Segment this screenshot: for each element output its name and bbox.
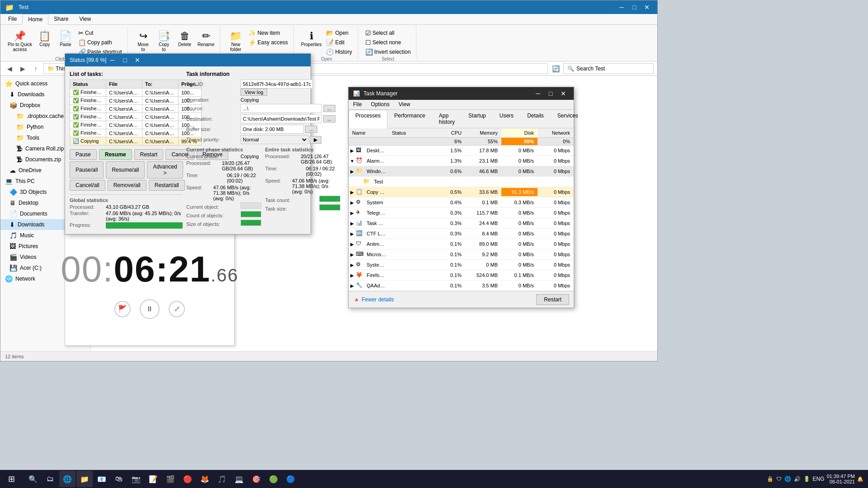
tm-minimize[interactable]: ─	[532, 89, 544, 98]
tm-menu-view[interactable]: View	[394, 100, 415, 109]
task-row[interactable]: 🔄 Copying C:\Users\Ashw... C:\Users\Ash.…	[70, 137, 202, 145]
photos-taskbar-icon[interactable]: 📷	[128, 471, 144, 487]
copy-path-button[interactable]: 📋 Copy path	[76, 38, 124, 47]
task-row[interactable]: ▶ ⚙ System interrupts 0.1% 0 MB 0 MB/s 0…	[349, 260, 574, 270]
up-button[interactable]: ↑	[30, 63, 41, 74]
task-row[interactable]: ▶ ⚙ System 0.4% 0.1 MB 0.3 MB/s 0 Mbps	[349, 197, 574, 208]
browser-taskbar-icon[interactable]: 🦊	[197, 471, 213, 487]
copy-dialog-maximize[interactable]: □	[119, 56, 131, 65]
video-taskbar-icon[interactable]: 🎬	[162, 471, 179, 487]
move-to-button[interactable]: ↪ Moveto	[133, 28, 153, 54]
task-row[interactable]: ▶ 📊 Task Manager 0.3% 24.4 MB 0 MB/s 0 M…	[349, 218, 574, 229]
tm-tab-details[interactable]: Details	[520, 110, 551, 128]
notification-icon[interactable]: 🔔	[857, 476, 863, 482]
source-input[interactable]	[241, 104, 322, 113]
minimize-button[interactable]: ─	[616, 3, 627, 12]
restart-button[interactable]: Restart	[536, 294, 569, 305]
search-taskbar-icon[interactable]: 🔍	[25, 471, 41, 487]
buffer-input[interactable]	[241, 125, 304, 134]
tab-home[interactable]: Home	[22, 14, 48, 25]
col-name-header[interactable]: Name	[349, 128, 388, 137]
task-row[interactable]: ✅ Finished/C... C:\Users\Ashw... C:\User…	[70, 121, 202, 129]
app2-taskbar-icon[interactable]: 🎵	[214, 471, 230, 487]
restart-button[interactable]: Restart	[134, 149, 164, 160]
tm-tab-startup[interactable]: Startup	[462, 110, 493, 128]
col-mem-header[interactable]: Memory	[465, 128, 501, 137]
start-button[interactable]: ⊞	[0, 470, 23, 488]
task-row[interactable]: ▼ ⏰ Alarms & Clock (2) 1.3% 23.1 MB 0 MB…	[349, 156, 574, 166]
new-item-button[interactable]: ✨ New item	[246, 28, 289, 38]
explorer-taskbar-icon[interactable]: 📁	[76, 471, 93, 487]
tm-maximize[interactable]: □	[545, 89, 557, 98]
invert-selection-button[interactable]: 🔄 Invert selection	[363, 47, 413, 56]
new-folder-button[interactable]: 📁 Newfolder	[226, 28, 245, 54]
search-box[interactable]: 🔍 Search Test	[563, 63, 654, 74]
properties-button[interactable]: ℹ Properties	[299, 28, 324, 49]
task-row[interactable]: ▶ 🔧 QAAdminAgent 0.1% 3.5 MB 0 MB/s 0 Mb…	[349, 281, 574, 291]
task-row[interactable]: ▶ 🖼 Desktop Window Manager 1.5% 17.8 MB …	[349, 145, 574, 156]
copy-button[interactable]: 📋 Copy	[35, 28, 55, 49]
store-taskbar-icon[interactable]: 🛍	[111, 471, 127, 487]
tray-security-icon[interactable]: 🔒	[767, 476, 774, 482]
timer-expand-button[interactable]: ⤢	[169, 301, 185, 317]
pause-button[interactable]: Pause	[70, 149, 97, 160]
tm-tab-services[interactable]: Services	[551, 110, 585, 128]
tm-tab-performance[interactable]: Performance	[387, 110, 432, 128]
expand-icon[interactable]: ▼	[349, 156, 356, 166]
view-log-button[interactable]: View log	[241, 89, 267, 96]
tray-shield-icon[interactable]: 🛡	[776, 476, 782, 482]
easy-access-button[interactable]: ⚡ Easy access	[246, 38, 289, 47]
destination-browse-btn[interactable]: ...	[323, 115, 335, 122]
cancel-all-button[interactable]: Cancel/all	[70, 180, 105, 191]
refresh-button[interactable]: 🔄	[550, 63, 561, 74]
task-row[interactable]: ▶ 📋 Copy Handler 0.5% 33.6 MB 91.3 MB/s …	[349, 187, 574, 197]
timer-flag-button[interactable]: 🚩	[114, 301, 131, 317]
history-button[interactable]: 🕐 History	[324, 47, 354, 56]
tab-file[interactable]: File	[3, 14, 22, 24]
app3-taskbar-icon[interactable]: 💻	[231, 471, 247, 487]
forward-button[interactable]: ▶	[17, 63, 28, 74]
thread-select[interactable]: Normal High Low	[241, 135, 308, 144]
delete-button[interactable]: 🗑 Delete	[175, 28, 195, 49]
tm-tab-processes[interactable]: Processes	[349, 110, 387, 128]
select-all-button[interactable]: ☑ Select all	[363, 28, 413, 38]
back-button[interactable]: ◀	[4, 63, 15, 74]
tm-menu-options[interactable]: Options	[366, 100, 394, 109]
task-row[interactable]: ✅ Finished/C... C:\Users\Ashw... C:\User…	[70, 113, 202, 121]
source-browse-btn[interactable]: ...	[323, 105, 335, 112]
col-disk-header[interactable]: Disk	[501, 128, 538, 137]
task-row[interactable]: ▶ ✈ Telegram Desktop (32 bit) 0.3% 115.7…	[349, 208, 574, 218]
tm-tab-app-history[interactable]: App history	[432, 110, 462, 128]
app4-taskbar-icon[interactable]: 🎯	[248, 471, 264, 487]
tray-battery-icon[interactable]: 🔋	[803, 476, 810, 482]
tab-view[interactable]: View	[74, 14, 96, 24]
destination-input[interactable]	[241, 114, 322, 123]
edit-button[interactable]: 📝 Edit	[324, 38, 354, 47]
buffer-btn[interactable]: ...	[305, 126, 317, 133]
task-row[interactable]: ▶ 🦊 Firefox (8) 0.1% 524.0 MB 0.1 MB/s 0…	[349, 270, 574, 281]
tray-volume-icon[interactable]: 🔊	[794, 476, 801, 482]
tray-network-icon[interactable]: 🌐	[784, 476, 791, 482]
col-cpu-header[interactable]: CPU	[429, 128, 465, 137]
task-id-input[interactable]	[241, 80, 313, 89]
restart-all-button[interactable]: Restart/all	[149, 180, 185, 191]
close-button[interactable]: ✕	[641, 3, 653, 12]
resume-all-button[interactable]: Resume/all	[106, 161, 145, 178]
edge-taskbar-icon[interactable]: 🌐	[59, 471, 75, 487]
remove-all-button[interactable]: Remove/all	[108, 180, 146, 191]
select-none-button[interactable]: ☐ Select none	[363, 38, 413, 47]
taskbar-datetime[interactable]: 01:39:47 PM 08-01-2021	[827, 474, 855, 484]
taskview-icon[interactable]: 🗂	[42, 471, 58, 487]
task-row[interactable]: ▶ 🔤 CTF Loader 0.3% 8.4 MB 0 MB/s 0 Mbps	[349, 229, 574, 239]
task-row[interactable]: ✅ Finished/C... C:\Users\Ashw... C:\User…	[70, 105, 202, 113]
tm-close[interactable]: ✕	[557, 89, 569, 98]
mail-taskbar-icon[interactable]: 📧	[94, 471, 110, 487]
copy-dialog-close[interactable]: ✕	[132, 56, 143, 65]
open-button[interactable]: 📂 Open	[324, 28, 354, 38]
resume-button[interactable]: Resume	[99, 149, 132, 160]
word-taskbar-icon[interactable]: 📝	[145, 471, 161, 487]
copy-to-button[interactable]: 📑 Copyto	[154, 28, 174, 54]
advanced-button[interactable]: Advanced >	[147, 161, 183, 178]
rename-button[interactable]: ✏ Rename	[196, 28, 217, 49]
tab-share[interactable]: Share	[48, 14, 74, 24]
